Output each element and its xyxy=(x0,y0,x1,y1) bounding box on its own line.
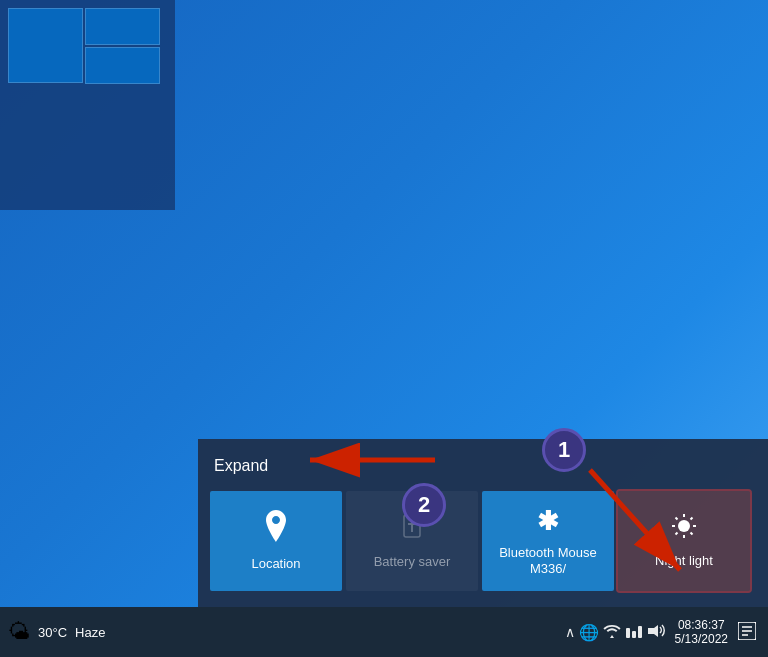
night-light-label: Night light xyxy=(655,553,713,569)
tile-location[interactable]: Location xyxy=(210,491,342,591)
system-tray-icons: ∧ 🌐 xyxy=(565,623,665,642)
annotation-badge-1: 1 xyxy=(542,428,586,472)
start-menu-panel xyxy=(0,0,175,210)
battery-saver-label: Battery saver xyxy=(374,554,451,570)
chevron-icon[interactable]: ∧ xyxy=(565,624,575,640)
expand-label[interactable]: Expand xyxy=(214,457,268,475)
svg-line-12 xyxy=(676,533,678,535)
start-tile-2 xyxy=(85,8,160,45)
svg-point-4 xyxy=(678,520,690,532)
svg-line-9 xyxy=(676,518,678,520)
taskbar-clock[interactable]: 08:36:37 5/13/2022 xyxy=(675,618,728,646)
quick-tiles-row: Location Battery saver ✱ Bluetooth Mouse… xyxy=(210,491,756,591)
location-icon xyxy=(263,510,289,548)
clock-time: 08:36:37 xyxy=(678,618,725,632)
bluetooth-icon: ✱ xyxy=(537,506,559,537)
weather-icon: 🌤 xyxy=(8,619,30,645)
weather-temperature: 30°C xyxy=(38,625,67,640)
svg-rect-17 xyxy=(632,631,636,638)
volume-icon[interactable] xyxy=(647,624,665,641)
tile-bluetooth[interactable]: ✱ Bluetooth Mouse M336/ xyxy=(482,491,614,591)
taskbar: 🌤 30°C Haze ∧ 🌐 xyxy=(0,607,768,657)
taskbar-left: 🌤 30°C Haze xyxy=(8,619,105,645)
start-tile-1 xyxy=(8,8,83,83)
location-label: Location xyxy=(251,556,300,572)
tile-night-light[interactable]: Night light xyxy=(618,491,750,591)
svg-line-10 xyxy=(691,533,693,535)
network-icon[interactable] xyxy=(625,624,643,641)
night-light-icon xyxy=(671,513,697,545)
svg-rect-18 xyxy=(638,626,642,638)
annotation-badge-2: 2 xyxy=(402,483,446,527)
bluetooth-label: Bluetooth Mouse M336/ xyxy=(482,545,614,576)
wifi-icon[interactable] xyxy=(603,624,621,641)
action-center-panel: Expand Location Battery saver xyxy=(198,439,768,607)
expand-row: Expand xyxy=(210,451,756,481)
clock-date: 5/13/2022 xyxy=(675,632,728,646)
weather-condition: Haze xyxy=(75,625,105,640)
svg-marker-19 xyxy=(648,625,658,637)
edge-icon[interactable]: 🌐 xyxy=(579,623,599,642)
start-tile-3 xyxy=(85,47,160,84)
svg-rect-16 xyxy=(626,628,630,638)
svg-line-11 xyxy=(691,518,693,520)
notification-button[interactable] xyxy=(734,618,760,647)
taskbar-right: ∧ 🌐 xyxy=(565,618,760,647)
